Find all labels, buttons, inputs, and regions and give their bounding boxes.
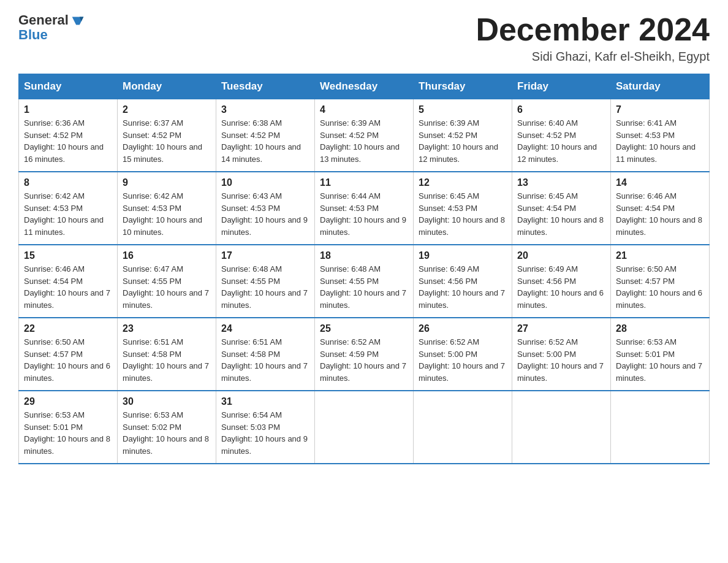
day-info: Sunrise: 6:46 AM Sunset: 4:54 PM Dayligh… (616, 190, 704, 238)
col-friday: Friday (512, 74, 611, 99)
table-row: 1 Sunrise: 6:36 AM Sunset: 4:52 PM Dayli… (19, 99, 118, 172)
day-number: 1 (24, 104, 112, 115)
table-row: 21 Sunrise: 6:50 AM Sunset: 4:57 PM Dayl… (611, 245, 710, 318)
day-number: 8 (24, 177, 112, 188)
day-number: 17 (221, 250, 309, 261)
table-row: 27 Sunrise: 6:52 AM Sunset: 5:00 PM Dayl… (512, 318, 611, 391)
calendar-week-row: 29 Sunrise: 6:53 AM Sunset: 5:01 PM Dayl… (19, 391, 710, 464)
day-number: 23 (123, 323, 211, 334)
table-row: 10 Sunrise: 6:43 AM Sunset: 4:53 PM Dayl… (216, 172, 315, 245)
day-number: 16 (123, 250, 211, 261)
table-row: 5 Sunrise: 6:39 AM Sunset: 4:52 PM Dayli… (414, 99, 512, 172)
day-info: Sunrise: 6:50 AM Sunset: 4:57 PM Dayligh… (616, 263, 704, 311)
day-info: Sunrise: 6:52 AM Sunset: 5:00 PM Dayligh… (517, 336, 605, 384)
day-info: Sunrise: 6:47 AM Sunset: 4:55 PM Dayligh… (123, 263, 211, 311)
logo: General Blue (18, 12, 87, 43)
day-info: Sunrise: 6:43 AM Sunset: 4:53 PM Dayligh… (221, 190, 309, 238)
day-info: Sunrise: 6:39 AM Sunset: 4:52 PM Dayligh… (419, 117, 507, 165)
table-row: 8 Sunrise: 6:42 AM Sunset: 4:53 PM Dayli… (19, 172, 118, 245)
day-number: 4 (320, 104, 408, 115)
col-saturday: Saturday (611, 74, 710, 99)
day-info: Sunrise: 6:44 AM Sunset: 4:53 PM Dayligh… (320, 190, 408, 238)
day-number: 20 (517, 250, 605, 261)
table-row: 20 Sunrise: 6:49 AM Sunset: 4:56 PM Dayl… (512, 245, 611, 318)
col-tuesday: Tuesday (216, 74, 315, 99)
day-info: Sunrise: 6:52 AM Sunset: 5:00 PM Dayligh… (419, 336, 507, 384)
location-subtitle: Sidi Ghazi, Kafr el-Sheikh, Egypt (476, 50, 710, 64)
table-row: 3 Sunrise: 6:38 AM Sunset: 4:52 PM Dayli… (216, 99, 315, 172)
calendar-week-row: 1 Sunrise: 6:36 AM Sunset: 4:52 PM Dayli… (19, 99, 710, 172)
day-number: 7 (616, 104, 704, 115)
day-info: Sunrise: 6:45 AM Sunset: 4:53 PM Dayligh… (419, 190, 507, 238)
day-info: Sunrise: 6:37 AM Sunset: 4:52 PM Dayligh… (123, 117, 211, 165)
day-number: 26 (419, 323, 507, 334)
table-row: 17 Sunrise: 6:48 AM Sunset: 4:55 PM Dayl… (216, 245, 315, 318)
month-year-title: December 2024 (476, 12, 710, 47)
day-number: 14 (616, 177, 704, 188)
day-info: Sunrise: 6:50 AM Sunset: 4:57 PM Dayligh… (24, 336, 112, 384)
day-number: 25 (320, 323, 408, 334)
day-info: Sunrise: 6:53 AM Sunset: 5:01 PM Dayligh… (24, 409, 112, 457)
table-row: 13 Sunrise: 6:45 AM Sunset: 4:54 PM Dayl… (512, 172, 611, 245)
table-row: 15 Sunrise: 6:46 AM Sunset: 4:54 PM Dayl… (19, 245, 118, 318)
day-info: Sunrise: 6:49 AM Sunset: 4:56 PM Dayligh… (517, 263, 605, 311)
table-row: 23 Sunrise: 6:51 AM Sunset: 4:58 PM Dayl… (118, 318, 216, 391)
day-info: Sunrise: 6:52 AM Sunset: 4:59 PM Dayligh… (320, 336, 408, 384)
day-info: Sunrise: 6:36 AM Sunset: 4:52 PM Dayligh… (24, 117, 112, 165)
day-info: Sunrise: 6:51 AM Sunset: 4:58 PM Dayligh… (123, 336, 211, 384)
table-row: 4 Sunrise: 6:39 AM Sunset: 4:52 PM Dayli… (315, 99, 414, 172)
col-thursday: Thursday (414, 74, 512, 99)
day-number: 12 (419, 177, 507, 188)
day-info: Sunrise: 6:45 AM Sunset: 4:54 PM Dayligh… (517, 190, 605, 238)
calendar-week-row: 8 Sunrise: 6:42 AM Sunset: 4:53 PM Dayli… (19, 172, 710, 245)
col-monday: Monday (118, 74, 216, 99)
table-row: 31 Sunrise: 6:54 AM Sunset: 5:03 PM Dayl… (216, 391, 315, 464)
day-number: 19 (419, 250, 507, 261)
day-info: Sunrise: 6:41 AM Sunset: 4:53 PM Dayligh… (616, 117, 704, 165)
calendar-week-row: 22 Sunrise: 6:50 AM Sunset: 4:57 PM Dayl… (19, 318, 710, 391)
table-row: 6 Sunrise: 6:40 AM Sunset: 4:52 PM Dayli… (512, 99, 611, 172)
page-header: General Blue December 2024 Sidi Ghazi, K… (18, 12, 710, 64)
day-info: Sunrise: 6:48 AM Sunset: 4:55 PM Dayligh… (320, 263, 408, 311)
table-row: 24 Sunrise: 6:51 AM Sunset: 4:58 PM Dayl… (216, 318, 315, 391)
day-number: 11 (320, 177, 408, 188)
day-info: Sunrise: 6:46 AM Sunset: 4:54 PM Dayligh… (24, 263, 112, 311)
day-number: 2 (123, 104, 211, 115)
calendar-week-row: 15 Sunrise: 6:46 AM Sunset: 4:54 PM Dayl… (19, 245, 710, 318)
day-info: Sunrise: 6:53 AM Sunset: 5:01 PM Dayligh… (616, 336, 704, 384)
table-row: 18 Sunrise: 6:48 AM Sunset: 4:55 PM Dayl… (315, 245, 414, 318)
day-number: 9 (123, 177, 211, 188)
day-info: Sunrise: 6:48 AM Sunset: 4:55 PM Dayligh… (221, 263, 309, 311)
day-number: 15 (24, 250, 112, 261)
day-number: 5 (419, 104, 507, 115)
day-number: 30 (123, 396, 211, 407)
table-row: 22 Sunrise: 6:50 AM Sunset: 4:57 PM Dayl… (19, 318, 118, 391)
table-row: 7 Sunrise: 6:41 AM Sunset: 4:53 PM Dayli… (611, 99, 710, 172)
table-row: 26 Sunrise: 6:52 AM Sunset: 5:00 PM Dayl… (414, 318, 512, 391)
day-number: 21 (616, 250, 704, 261)
calendar-table: Sunday Monday Tuesday Wednesday Thursday… (18, 74, 710, 464)
day-info: Sunrise: 6:54 AM Sunset: 5:03 PM Dayligh… (221, 409, 309, 457)
day-number: 24 (221, 323, 309, 334)
day-number: 13 (517, 177, 605, 188)
day-number: 27 (517, 323, 605, 334)
day-number: 31 (221, 396, 309, 407)
table-row: 12 Sunrise: 6:45 AM Sunset: 4:53 PM Dayl… (414, 172, 512, 245)
table-row (315, 391, 414, 464)
day-info: Sunrise: 6:38 AM Sunset: 4:52 PM Dayligh… (221, 117, 309, 165)
day-info: Sunrise: 6:42 AM Sunset: 4:53 PM Dayligh… (123, 190, 211, 238)
day-number: 6 (517, 104, 605, 115)
col-wednesday: Wednesday (315, 74, 414, 99)
table-row: 30 Sunrise: 6:53 AM Sunset: 5:02 PM Dayl… (118, 391, 216, 464)
day-info: Sunrise: 6:51 AM Sunset: 4:58 PM Dayligh… (221, 336, 309, 384)
day-info: Sunrise: 6:53 AM Sunset: 5:02 PM Dayligh… (123, 409, 211, 457)
table-row (611, 391, 710, 464)
table-row: 16 Sunrise: 6:47 AM Sunset: 4:55 PM Dayl… (118, 245, 216, 318)
table-row: 19 Sunrise: 6:49 AM Sunset: 4:56 PM Dayl… (414, 245, 512, 318)
day-info: Sunrise: 6:49 AM Sunset: 4:56 PM Dayligh… (419, 263, 507, 311)
day-number: 10 (221, 177, 309, 188)
table-row: 11 Sunrise: 6:44 AM Sunset: 4:53 PM Dayl… (315, 172, 414, 245)
day-info: Sunrise: 6:39 AM Sunset: 4:52 PM Dayligh… (320, 117, 408, 165)
table-row: 2 Sunrise: 6:37 AM Sunset: 4:52 PM Dayli… (118, 99, 216, 172)
day-number: 29 (24, 396, 112, 407)
